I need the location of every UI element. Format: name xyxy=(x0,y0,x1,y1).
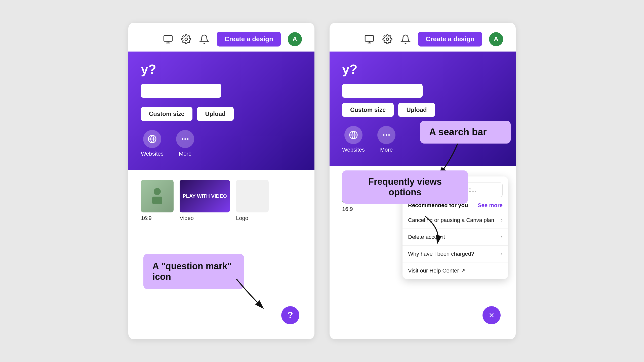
create-design-button[interactable]: Create a design xyxy=(217,32,281,47)
help-see-more-link[interactable]: See more xyxy=(478,202,503,209)
svg-point-14 xyxy=(386,38,389,40)
hero-text: y? xyxy=(141,62,302,77)
design-card-video[interactable]: PLAY WITH VIDEO Video xyxy=(180,180,230,221)
bell-icon xyxy=(199,34,210,45)
design-thumb-video: PLAY WITH VIDEO xyxy=(180,180,230,212)
svg-rect-10 xyxy=(152,197,162,204)
left-card: Create a design A y? Custom size Upload … xyxy=(128,23,314,339)
help-item-canceling[interactable]: Canceling or pausing a Canva plan › xyxy=(403,212,508,229)
close-button[interactable]: × xyxy=(482,306,501,324)
svg-point-8 xyxy=(187,138,189,140)
avatar[interactable]: A xyxy=(288,32,302,46)
callout-search: A search bar xyxy=(420,121,511,144)
more-label: More xyxy=(179,151,191,157)
hero-banner: y? Custom size Upload Websites xyxy=(128,52,314,170)
callout-qmark: A "question mark" icon xyxy=(143,254,244,289)
left-header: Create a design A xyxy=(128,23,314,52)
right-more-label: More xyxy=(380,147,393,153)
chevron-right-icon-2: › xyxy=(501,234,503,240)
design-label-logo: Logo xyxy=(236,215,269,221)
hero-buttons xyxy=(141,84,302,98)
chevron-right-icon-1: › xyxy=(501,217,503,223)
design-thumb-person xyxy=(141,180,174,212)
design-card-logo[interactable]: Logo xyxy=(236,180,269,221)
websites-icon xyxy=(143,130,161,148)
help-footer-link[interactable]: Visit our Help Center ↗ xyxy=(403,262,508,279)
question-mark-button[interactable]: ? xyxy=(281,306,299,324)
right-bell-icon xyxy=(400,34,411,45)
right-monitor-icon xyxy=(364,34,375,45)
more-item[interactable]: More xyxy=(176,130,194,157)
design-grid: 16:9 PLAY WITH VIDEO Video Logo xyxy=(141,180,302,221)
right-hero-banner: y? Custom size Upload Websites xyxy=(330,52,516,166)
design-label-169: 16:9 xyxy=(141,215,174,221)
right-hero-text: y? xyxy=(342,62,503,77)
right-more-icon xyxy=(377,126,395,144)
help-item-delete-account[interactable]: Delete account › xyxy=(403,229,508,245)
right-header: Create a design A xyxy=(330,23,516,52)
upload-button[interactable]: Upload xyxy=(197,107,233,121)
more-icon xyxy=(176,130,194,148)
right-websites-icon xyxy=(344,126,363,144)
hero-action-buttons: Custom size Upload xyxy=(141,107,302,121)
custom-size-button[interactable]: Custom size xyxy=(141,107,192,121)
right-websites-label: Websites xyxy=(342,147,365,153)
svg-point-17 xyxy=(383,134,385,136)
design-card-person[interactable]: 16:9 xyxy=(141,180,174,221)
chevron-right-icon-3: › xyxy=(501,251,503,257)
right-custom-size-button[interactable]: Custom size xyxy=(342,103,394,117)
help-item-charged[interactable]: Why have I been charged? › xyxy=(403,245,508,262)
right-upload-button[interactable]: Upload xyxy=(398,103,435,117)
right-hero-search-bar[interactable] xyxy=(342,84,423,98)
design-grid-area: 16:9 PLAY WITH VIDEO Video Logo xyxy=(128,170,314,232)
design-thumb-logo xyxy=(236,180,269,212)
websites-label: Websites xyxy=(141,151,164,157)
right-design-label-169: 16:9 xyxy=(342,206,370,212)
right-create-design-button[interactable]: Create a design xyxy=(418,32,482,47)
right-avatar[interactable]: A xyxy=(489,32,503,46)
websites-item[interactable]: Websites xyxy=(141,130,164,157)
callout-freq: Frequently views options xyxy=(342,170,468,204)
svg-point-9 xyxy=(154,188,161,195)
settings-icon xyxy=(181,34,192,45)
right-card: Create a design A y? Custom size Upload … xyxy=(330,23,516,339)
hero-search-bar[interactable] xyxy=(141,84,221,98)
svg-point-19 xyxy=(388,134,390,136)
design-label-video: Video xyxy=(180,215,230,221)
right-websites-item[interactable]: Websites xyxy=(342,126,365,153)
monitor-icon xyxy=(163,34,174,45)
svg-rect-0 xyxy=(164,35,172,41)
svg-point-3 xyxy=(185,38,187,40)
svg-point-18 xyxy=(386,134,387,136)
right-hero-btns: Custom size Upload xyxy=(342,103,503,117)
right-hero-action-buttons xyxy=(342,84,503,98)
svg-point-6 xyxy=(182,138,183,140)
svg-point-7 xyxy=(184,138,186,140)
right-settings-icon xyxy=(382,34,393,45)
svg-rect-11 xyxy=(365,35,374,41)
right-more-item[interactable]: More xyxy=(377,126,395,153)
hero-icon-row: Websites More xyxy=(141,130,302,157)
